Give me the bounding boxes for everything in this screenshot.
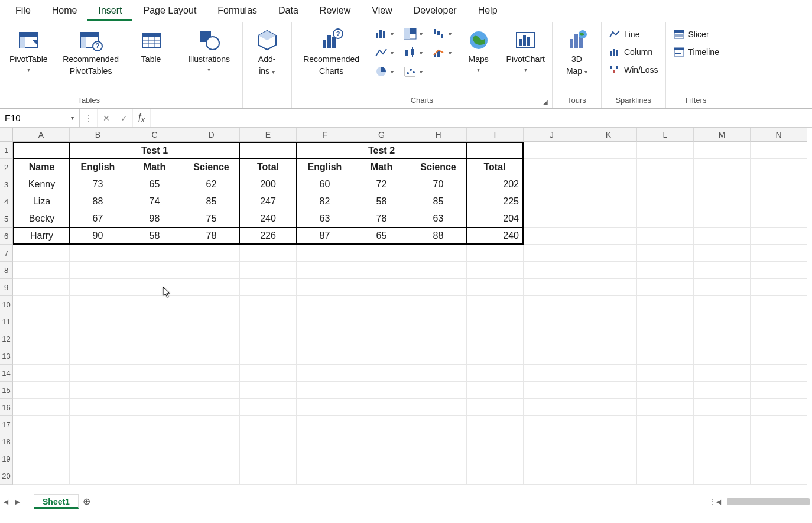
cell[interactable]: [126, 450, 183, 467]
cell[interactable]: [70, 330, 126, 347]
cell[interactable]: [580, 467, 637, 485]
cell[interactable]: 240: [240, 210, 297, 228]
cell[interactable]: [694, 210, 751, 228]
cell[interactable]: [637, 399, 694, 416]
cell[interactable]: [70, 433, 126, 450]
cell[interactable]: [240, 399, 297, 416]
cell[interactable]: [637, 296, 694, 313]
cell[interactable]: [694, 347, 751, 365]
column-header[interactable]: N: [751, 128, 807, 142]
cell[interactable]: 202: [467, 176, 524, 193]
cell[interactable]: [694, 245, 751, 262]
cell[interactable]: 87: [297, 228, 353, 245]
cell[interactable]: [580, 365, 637, 382]
cell[interactable]: [240, 296, 297, 313]
cell[interactable]: [580, 330, 637, 347]
cell[interactable]: [13, 313, 70, 330]
cell[interactable]: [240, 313, 297, 330]
cell[interactable]: 63: [410, 210, 467, 228]
cell[interactable]: [126, 313, 183, 330]
cell[interactable]: [240, 365, 297, 382]
cell[interactable]: [524, 262, 580, 279]
combo-chart-button[interactable]: ▾: [430, 45, 453, 60]
formula-accept-button[interactable]: ✓: [115, 109, 133, 127]
cell[interactable]: [183, 416, 240, 433]
cell[interactable]: [126, 296, 183, 313]
cell[interactable]: Kenny: [13, 176, 70, 193]
cell[interactable]: [580, 176, 637, 193]
cell[interactable]: 78: [183, 228, 240, 245]
cell[interactable]: [467, 245, 524, 262]
column-header[interactable]: K: [580, 128, 637, 142]
column-header[interactable]: C: [126, 128, 183, 142]
sheet-nav-next[interactable]: ►: [12, 497, 24, 506]
row-header[interactable]: 13: [0, 347, 13, 365]
cell[interactable]: [183, 450, 240, 467]
cell[interactable]: [410, 399, 467, 416]
cell[interactable]: [637, 313, 694, 330]
cell[interactable]: [70, 313, 126, 330]
waterfall-chart-button[interactable]: ▾: [430, 26, 453, 41]
cell[interactable]: [637, 433, 694, 450]
cell[interactable]: [13, 382, 70, 399]
recommended-pivottables-button[interactable]: ? Recommended PivotTables: [56, 26, 126, 77]
illustrations-button[interactable]: Illustrations ▾: [181, 26, 238, 74]
column-header[interactable]: L: [637, 128, 694, 142]
cell[interactable]: [694, 399, 751, 416]
cell[interactable]: [353, 416, 410, 433]
cell[interactable]: [353, 245, 410, 262]
cell[interactable]: [751, 450, 807, 467]
cell[interactable]: [467, 382, 524, 399]
row-header[interactable]: 2: [0, 159, 13, 176]
row-header[interactable]: 6: [0, 228, 13, 245]
ribbon-tab-data[interactable]: Data: [268, 1, 309, 21]
cell[interactable]: Test 1: [70, 142, 240, 159]
row-header[interactable]: 8: [0, 262, 13, 279]
cell[interactable]: [126, 245, 183, 262]
cell[interactable]: [13, 365, 70, 382]
cell[interactable]: [183, 467, 240, 485]
cell[interactable]: [694, 228, 751, 245]
cell[interactable]: [694, 313, 751, 330]
cell[interactable]: 85: [410, 193, 467, 210]
column-header[interactable]: D: [183, 128, 240, 142]
column-header[interactable]: E: [240, 128, 297, 142]
insert-function-button[interactable]: fx: [133, 109, 151, 127]
cell[interactable]: [467, 262, 524, 279]
row-header[interactable]: 17: [0, 416, 13, 433]
cell[interactable]: [13, 433, 70, 450]
cell[interactable]: [240, 330, 297, 347]
cell[interactable]: 70: [410, 176, 467, 193]
cell[interactable]: [126, 365, 183, 382]
cell[interactable]: [467, 399, 524, 416]
cell[interactable]: 90: [70, 228, 126, 245]
cell[interactable]: [126, 382, 183, 399]
sparkline-column-button[interactable]: Column: [606, 45, 661, 59]
cell[interactable]: [70, 279, 126, 296]
3d-map-button[interactable]: 3D Map ▾: [557, 26, 596, 77]
cell[interactable]: [580, 416, 637, 433]
cell[interactable]: [353, 347, 410, 365]
cell[interactable]: [751, 382, 807, 399]
cell[interactable]: [183, 279, 240, 296]
cell[interactable]: [524, 347, 580, 365]
cell[interactable]: [353, 279, 410, 296]
cell[interactable]: [183, 262, 240, 279]
column-header[interactable]: B: [70, 128, 126, 142]
cell[interactable]: [580, 382, 637, 399]
cell[interactable]: [297, 399, 353, 416]
cell[interactable]: [751, 365, 807, 382]
cell[interactable]: 204: [467, 210, 524, 228]
cell[interactable]: [694, 382, 751, 399]
timeline-button[interactable]: Timeline: [671, 45, 722, 59]
cell[interactable]: 75: [183, 210, 240, 228]
cell[interactable]: [126, 347, 183, 365]
cell[interactable]: [410, 450, 467, 467]
cell[interactable]: 240: [467, 228, 524, 245]
cell[interactable]: [524, 210, 580, 228]
cell[interactable]: [637, 330, 694, 347]
cell[interactable]: [694, 142, 751, 159]
cell[interactable]: [126, 433, 183, 450]
column-header[interactable]: J: [524, 128, 580, 142]
cell[interactable]: [751, 245, 807, 262]
